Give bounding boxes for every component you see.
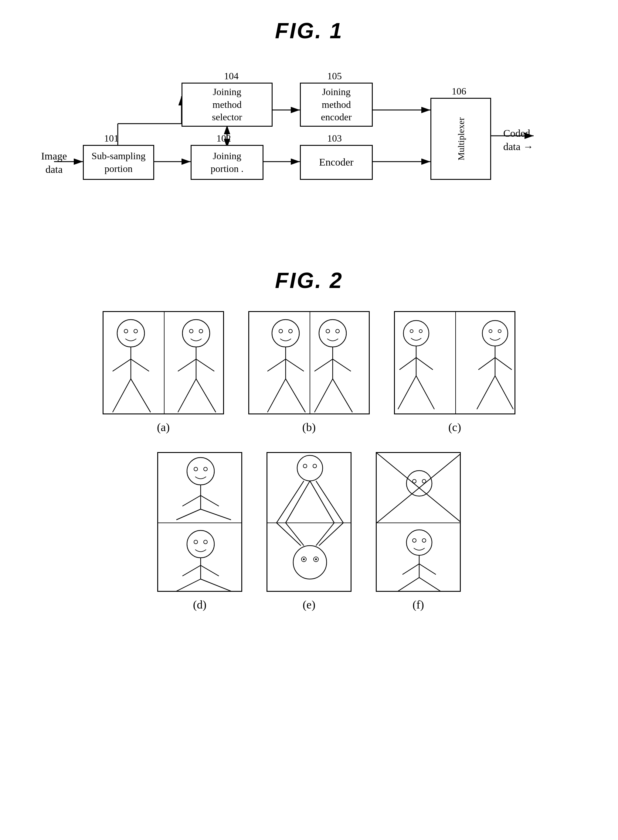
svg-line-24 xyxy=(131,359,149,371)
svg-line-29 xyxy=(178,379,196,412)
fig2-label-d: (d) xyxy=(193,598,206,611)
svg-line-23 xyxy=(113,359,131,371)
fig1-diagram: Imagedata Sub-samplingportion 101 Joinin… xyxy=(36,67,582,238)
svg-point-60 xyxy=(489,330,492,333)
fig2-label-c: (c) xyxy=(448,420,461,434)
svg-point-109 xyxy=(422,539,426,542)
svg-line-88 xyxy=(286,481,310,523)
encoder-block: Encoder xyxy=(300,145,373,180)
label-106: 106 xyxy=(452,86,466,97)
fig2-item-d: (d) xyxy=(157,452,242,611)
svg-point-68 xyxy=(187,457,214,485)
svg-point-92 xyxy=(293,546,327,579)
svg-line-81 xyxy=(201,579,231,591)
fig2-item-c: (c) xyxy=(394,311,515,434)
svg-line-82 xyxy=(183,565,201,576)
svg-line-31 xyxy=(178,359,196,371)
fig2-item-a: (a) xyxy=(103,311,224,434)
fig2-row-1: (a) xyxy=(103,311,515,434)
svg-point-51 xyxy=(403,320,429,346)
label-104: 104 xyxy=(224,70,239,82)
svg-point-25 xyxy=(183,320,210,347)
svg-line-40 xyxy=(267,359,286,371)
joining-method-encoder-block: Joiningmethodencoder xyxy=(300,83,373,127)
fig2-label-e: (e) xyxy=(303,598,315,611)
svg-point-96 xyxy=(315,559,317,560)
fig2-label-f: (f) xyxy=(413,598,424,611)
image-data-label: Imagedata xyxy=(36,149,72,176)
svg-point-95 xyxy=(303,559,305,560)
svg-line-32 xyxy=(196,359,214,371)
svg-point-69 xyxy=(194,467,198,471)
svg-line-73 xyxy=(201,509,231,520)
svg-line-63 xyxy=(477,376,495,409)
svg-point-34 xyxy=(272,320,299,347)
svg-line-56 xyxy=(416,376,434,409)
svg-point-107 xyxy=(406,530,432,556)
svg-line-113 xyxy=(403,564,419,575)
fig2-title: FIG. 2 xyxy=(24,268,594,293)
svg-point-52 xyxy=(410,330,413,333)
coded-data-label: Codeddata → xyxy=(503,127,533,153)
label-103: 103 xyxy=(327,133,342,144)
svg-point-27 xyxy=(199,329,203,333)
svg-line-21 xyxy=(113,379,131,412)
svg-point-102 xyxy=(406,471,432,496)
svg-point-19 xyxy=(134,329,138,333)
svg-point-61 xyxy=(498,330,501,333)
joining-portion-block: Joiningportion . xyxy=(191,145,263,180)
svg-point-70 xyxy=(204,467,207,471)
fig2-item-b: (b) xyxy=(248,311,370,434)
fig2-item-e: (e) xyxy=(266,452,352,611)
svg-line-111 xyxy=(398,578,419,591)
svg-point-59 xyxy=(482,320,508,346)
svg-line-38 xyxy=(267,379,286,412)
sub-sampling-block: Sub-samplingportion xyxy=(83,145,154,180)
fig2-section: FIG. 2 xyxy=(24,268,594,611)
svg-line-64 xyxy=(495,376,513,409)
svg-line-39 xyxy=(286,379,305,412)
svg-line-46 xyxy=(315,379,333,412)
svg-line-72 xyxy=(176,509,201,520)
svg-point-77 xyxy=(194,540,198,544)
svg-point-36 xyxy=(289,329,292,333)
multiplexer-block: Multiplexer xyxy=(431,98,491,180)
label-105: 105 xyxy=(327,70,342,82)
svg-point-18 xyxy=(124,329,128,333)
svg-line-47 xyxy=(333,379,352,412)
page: FIG. 1 xyxy=(0,0,618,630)
svg-point-43 xyxy=(326,329,330,333)
fig1-title: FIG. 1 xyxy=(24,18,594,43)
svg-point-85 xyxy=(297,456,323,481)
svg-point-35 xyxy=(279,329,282,333)
label-102: 102 xyxy=(217,133,231,144)
fig2-grid: (a) xyxy=(24,311,594,611)
svg-point-42 xyxy=(319,320,346,347)
svg-line-22 xyxy=(131,379,150,412)
svg-line-75 xyxy=(201,496,219,506)
label-101: 101 xyxy=(104,133,119,144)
svg-line-48 xyxy=(315,359,333,371)
svg-line-57 xyxy=(400,357,416,370)
svg-line-91 xyxy=(316,481,343,523)
svg-point-108 xyxy=(413,539,416,542)
fig2-row-2: (d) xyxy=(157,452,461,611)
svg-line-74 xyxy=(183,496,201,506)
svg-line-58 xyxy=(416,357,433,370)
svg-line-55 xyxy=(398,376,416,409)
svg-line-114 xyxy=(419,564,436,575)
svg-point-87 xyxy=(313,464,316,468)
svg-point-17 xyxy=(117,320,144,347)
svg-line-112 xyxy=(419,578,440,591)
svg-point-26 xyxy=(189,329,193,333)
svg-line-89 xyxy=(310,481,334,523)
svg-line-30 xyxy=(196,379,216,412)
svg-line-41 xyxy=(286,359,304,371)
svg-point-86 xyxy=(303,464,307,468)
svg-point-53 xyxy=(419,330,422,333)
fig2-label-b: (b) xyxy=(302,420,316,434)
svg-line-83 xyxy=(201,565,219,576)
svg-point-78 xyxy=(204,540,207,544)
fig2-label-a: (a) xyxy=(157,420,170,434)
fig2-item-f: (f) xyxy=(376,452,461,611)
